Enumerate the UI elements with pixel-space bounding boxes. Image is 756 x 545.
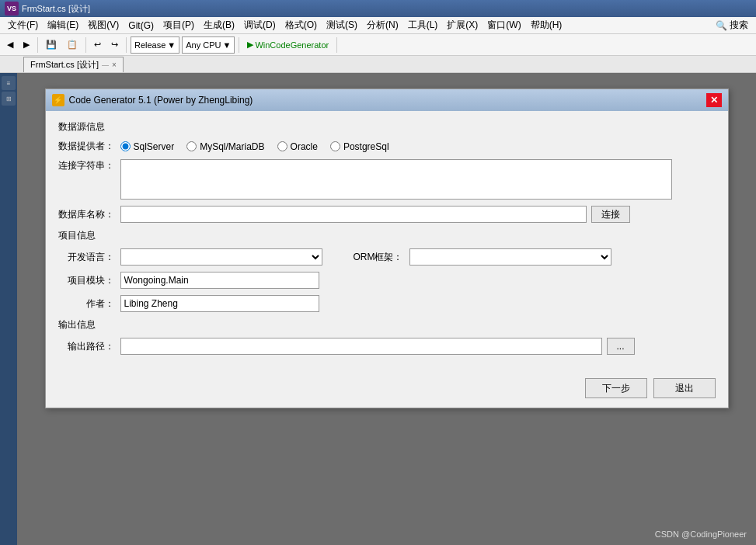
author-row: 作者：	[58, 295, 716, 312]
menu-project[interactable]: 项目(P)	[159, 17, 199, 33]
toolbar-copy-btn[interactable]: 📋	[63, 36, 82, 54]
menu-bar: 文件(F) 编辑(E) 视图(V) Git(G) 项目(P) 生成(B) 调试(…	[0, 17, 756, 34]
dialog-footer: 下一步 退出	[46, 370, 728, 408]
provider-row: 数据提供者： SqlServer MySql/MariaDB Oracle	[58, 140, 716, 153]
toolbar-sep2	[85, 37, 86, 53]
dialog-close-button[interactable]: ✕	[706, 93, 722, 107]
radio-postgresql-input[interactable]	[330, 141, 340, 151]
orm-select[interactable]	[409, 248, 611, 266]
dialog-body: 数据源信息 数据提供者： SqlServer MySql/MariaDB	[46, 111, 728, 370]
dbname-input[interactable]	[120, 206, 587, 223]
connection-row: 连接字符串：	[58, 159, 716, 200]
toolbar-forward-btn[interactable]: ▶	[19, 36, 33, 54]
release-dropdown[interactable]: Release ▼	[131, 36, 179, 54]
module-row: 项目模块：	[58, 272, 716, 289]
menu-view[interactable]: 视图(V)	[83, 17, 124, 33]
toolbar-sep1	[37, 37, 38, 53]
menu-file[interactable]: 文件(F)	[3, 17, 43, 33]
menu-analysis[interactable]: 分析(N)	[362, 17, 403, 33]
vs-titlebar: VS FrmStart.cs [设计]	[0, 0, 756, 17]
content-area: ⚡ Code Generator 5.1 (Power by ZhengLibi…	[17, 73, 756, 545]
menu-git[interactable]: Git(G)	[124, 19, 159, 33]
menu-search[interactable]: 🔍 搜索	[711, 17, 753, 33]
output-path-row: 输出路径： ...	[58, 338, 716, 355]
menu-extensions[interactable]: 扩展(X)	[442, 17, 483, 33]
cpu-dropdown[interactable]: Any CPU ▼	[182, 36, 235, 54]
connection-label: 连接字符串：	[58, 159, 120, 172]
sidebar-icon-1[interactable]: ≡	[2, 76, 16, 90]
tab-strip: FrmStart.cs [设计] — ×	[0, 56, 756, 73]
watermark: CSDN @CodingPioneer	[655, 529, 747, 539]
menu-build[interactable]: 生成(B)	[199, 17, 239, 33]
radio-oracle-label: Oracle	[291, 141, 318, 152]
exit-button[interactable]: 退出	[653, 378, 716, 398]
lang-select[interactable]	[120, 248, 322, 266]
radio-mysql-input[interactable]	[186, 141, 197, 151]
radio-sqlserver[interactable]: SqlServer	[120, 141, 175, 152]
output-path-label: 输出路径：	[58, 340, 120, 353]
lang-label: 开发语言：	[58, 251, 120, 264]
next-button[interactable]: 下一步	[585, 378, 647, 398]
datasource-section-label: 数据源信息	[58, 120, 716, 134]
author-label: 作者：	[58, 297, 120, 311]
dialog-title-left: ⚡ Code Generator 5.1 (Power by ZhengLibi…	[52, 94, 253, 106]
module-label: 项目模块：	[58, 274, 120, 287]
module-input[interactable]	[120, 272, 319, 289]
main-area: ≡ ⊞ ⚡ Code Generator 5.1 (Power by Zheng…	[0, 73, 756, 545]
menu-format[interactable]: 格式(O)	[280, 17, 322, 33]
tab-frmstart[interactable]: FrmStart.cs [设计] — ×	[23, 57, 124, 72]
radio-mysql-label: MySql/MariaDB	[200, 141, 264, 152]
toolbar-undo-btn[interactable]: ↩	[90, 36, 105, 54]
dialog-titlebar: ⚡ Code Generator 5.1 (Power by ZhengLibi…	[46, 89, 728, 111]
radio-postgresql-label: PostgreSql	[343, 141, 389, 152]
dbname-label: 数据库名称：	[58, 208, 120, 221]
start-button[interactable]: ▶ WinCodeGenerator	[243, 36, 333, 54]
dialog-title: Code Generator 5.1 (Power by ZhengLibing…	[69, 95, 253, 106]
radio-mysql[interactable]: MySql/MariaDB	[186, 141, 264, 152]
toolbar-save-btn[interactable]: 💾	[42, 36, 61, 54]
menu-edit[interactable]: 编辑(E)	[43, 17, 83, 33]
browse-button[interactable]: ...	[607, 338, 635, 355]
menu-tools[interactable]: 工具(L)	[403, 17, 443, 33]
radio-sqlserver-label: SqlServer	[134, 141, 175, 152]
menu-window[interactable]: 窗口(W)	[483, 17, 525, 33]
radio-postgresql[interactable]: PostgreSql	[330, 141, 389, 152]
lang-orm-row: 开发语言： ORM框架：	[58, 248, 716, 266]
orm-label: ORM框架：	[354, 251, 403, 264]
play-icon: ▶	[247, 40, 253, 50]
connect-button[interactable]: 连接	[591, 206, 630, 223]
toolbar-back-btn[interactable]: ◀	[3, 36, 17, 54]
menu-help[interactable]: 帮助(H)	[526, 17, 567, 33]
toolbar-sep3	[126, 37, 127, 53]
sidebar-icon-2[interactable]: ⊞	[2, 92, 16, 106]
toolbar: ◀ ▶ 💾 📋 ↩ ↪ Release ▼ Any CPU ▼ ▶ WinCod…	[0, 34, 756, 56]
dbname-row: 数据库名称： 连接	[58, 206, 716, 223]
project-section-label: 项目信息	[58, 229, 716, 242]
radio-oracle[interactable]: Oracle	[277, 141, 318, 152]
output-section-label: 输出信息	[58, 318, 716, 332]
dialog-app-icon: ⚡	[52, 94, 64, 106]
menu-debug[interactable]: 调试(D)	[239, 17, 280, 33]
output-path-input[interactable]	[120, 338, 602, 355]
connection-string-input[interactable]	[120, 159, 672, 200]
author-input[interactable]	[120, 295, 319, 312]
tab-label: FrmStart.cs [设计]	[30, 59, 99, 71]
tab-close-btn[interactable]: ×	[112, 61, 117, 69]
sidebar: ≡ ⊞	[0, 73, 17, 545]
radio-sqlserver-input[interactable]	[120, 141, 131, 151]
toolbar-redo-btn[interactable]: ↪	[107, 36, 122, 54]
code-generator-dialog: ⚡ Code Generator 5.1 (Power by ZhengLibi…	[45, 89, 729, 408]
vs-title-text: FrmStart.cs [设计]	[22, 3, 90, 15]
radio-oracle-input[interactable]	[277, 141, 287, 151]
toolbar-sep4	[239, 37, 239, 53]
tab-pin-icon[interactable]: —	[102, 61, 109, 69]
menu-test[interactable]: 测试(S)	[322, 17, 362, 33]
provider-label: 数据提供者：	[58, 140, 120, 153]
vs-logo: VS	[5, 2, 19, 16]
toolbar-sep5	[336, 37, 337, 53]
provider-radio-group: SqlServer MySql/MariaDB Oracle Post	[120, 141, 389, 152]
